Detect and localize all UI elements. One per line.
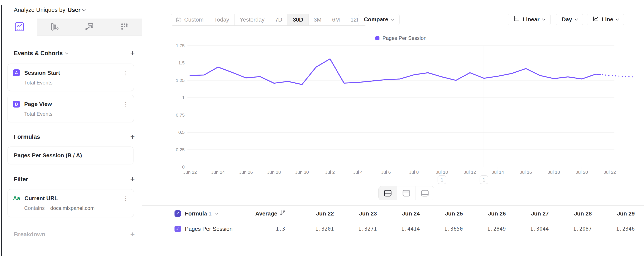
y-axis-tick-label: 1.5 <box>178 60 185 65</box>
date-column-header[interactable]: Jun 28 <box>553 205 596 222</box>
tab-retention-report[interactable] <box>107 18 142 36</box>
event-card-session-start[interactable]: A Session Start ⋮ Total Events <box>8 64 134 91</box>
event-card-page-view[interactable]: B Page View ⋮ Total Events <box>8 95 134 122</box>
average-column-header[interactable]: Average <box>242 205 285 222</box>
scale-selector-button[interactable]: Linear <box>508 14 551 25</box>
row-label[interactable]: Pages Per Session <box>185 226 232 232</box>
add-breakdown-button[interactable]: + <box>130 232 135 237</box>
y-axis-tick-label: 0.25 <box>176 147 185 152</box>
date-range-label: 6M <box>332 16 340 23</box>
x-axis-tick-label: Jun 22 <box>183 170 197 175</box>
compare-button[interactable]: Compare <box>358 14 400 25</box>
check-icon: ✓ <box>176 226 180 232</box>
add-formula-button[interactable]: + <box>130 135 135 139</box>
report-type-tabs <box>2 18 142 36</box>
chevron-down-icon <box>574 17 578 21</box>
sort-descending-icon <box>280 210 285 217</box>
date-column-header[interactable]: Jun 22 <box>295 205 338 222</box>
date-column-header[interactable]: Jun 26 <box>467 205 510 222</box>
formula-group-label: Formula <box>185 210 207 217</box>
table-row-values: 1.32011.32711.44141.36501.28491.30441.20… <box>295 222 639 236</box>
date-range-option[interactable]: 3M <box>308 14 327 25</box>
filter-property-name[interactable]: Current URL <box>24 195 118 202</box>
date-range-option[interactable]: 6M <box>327 14 345 25</box>
cell-value: 1.3201 <box>295 222 338 236</box>
line-chart-icon <box>14 22 24 32</box>
date-range-option[interactable]: Yesterday <box>234 14 270 25</box>
y-axis-tick-label: 1 <box>182 95 185 100</box>
sidebar-top-border <box>2 1 142 1</box>
x-axis-tick-label: Jul 14 <box>492 170 504 175</box>
date-range-label: Yesterday <box>240 16 264 23</box>
kebab-menu-icon[interactable]: ⋮ <box>123 102 128 107</box>
event-name[interactable]: Page View <box>24 101 118 108</box>
series-line-incomplete-segment <box>602 75 634 77</box>
table-bottom-border <box>142 236 644 236</box>
event-aggregation[interactable]: Total Events <box>24 111 52 117</box>
bar-chart-icon <box>50 22 60 32</box>
layout-table-only-button[interactable] <box>416 186 434 200</box>
date-column-header[interactable]: Jun 23 <box>338 205 381 222</box>
add-filter-button[interactable]: + <box>130 177 135 181</box>
filter-card-current-url[interactable]: Aa Current URL ⋮ Contains docs.mixpanel.… <box>8 189 134 217</box>
chevron-down-icon <box>215 211 218 215</box>
date-range-option[interactable]: 30D <box>288 14 308 25</box>
string-property-icon: Aa <box>13 195 20 202</box>
chevron-down-icon <box>391 17 394 21</box>
layout-split-button[interactable] <box>378 186 397 200</box>
x-axis-tick-label: Jul 16 <box>520 170 532 175</box>
line-chart[interactable]: 00.250.50.7511.251.51.7511Jun 22Jun 24Ju… <box>142 30 644 190</box>
chevron-down-icon[interactable] <box>65 51 68 54</box>
date-range-label: 7D <box>275 16 282 23</box>
tab-bar-report[interactable] <box>37 18 72 36</box>
kebab-menu-icon[interactable]: ⋮ <box>123 196 128 201</box>
date-column-header[interactable]: Jun 24 <box>381 205 424 222</box>
calendar-icon <box>176 17 182 23</box>
add-event-button[interactable]: + <box>130 51 135 55</box>
analyze-entity-dropdown[interactable]: User <box>68 7 80 13</box>
compare-label: Compare <box>364 16 388 23</box>
event-aggregation[interactable]: Total Events <box>24 80 52 86</box>
cell-value: 1.2087 <box>553 222 596 236</box>
y-axis-tick-label: 0.5 <box>178 130 185 135</box>
select-all-checkbox[interactable]: ✓ <box>174 210 181 217</box>
date-range-label: 3M <box>314 16 322 23</box>
tab-flows-report[interactable] <box>72 18 107 36</box>
date-column-header[interactable]: Jun 25 <box>424 205 467 222</box>
row-average-value: 1.3 <box>242 222 285 236</box>
formula-name[interactable]: Pages Per Session (B / A) <box>14 152 82 159</box>
date-column-header[interactable]: Jun 27 <box>510 205 553 222</box>
window-left-edge <box>1 5 2 256</box>
annotation-badge-label: 1 <box>440 177 443 183</box>
date-range-option[interactable]: 7D <box>270 14 288 25</box>
formula-group-number: 1 <box>208 210 212 217</box>
filter-section-title: Filter <box>14 176 28 183</box>
date-range-label: Today <box>214 16 229 23</box>
y-axis-tick-label: 1.25 <box>176 78 185 83</box>
event-badge-a: A <box>13 69 20 76</box>
layout-chart-only-button[interactable] <box>397 186 416 200</box>
linear-axis-icon <box>514 16 520 23</box>
x-axis-tick-label: Jul 8 <box>409 170 419 175</box>
date-range-option[interactable]: Today <box>209 14 234 25</box>
tab-insights[interactable] <box>2 18 37 36</box>
series-line[interactable] <box>190 59 601 85</box>
date-column-header[interactable]: Jun 29 <box>596 205 639 222</box>
formula-group-dropdown[interactable]: Formula 1 <box>185 210 212 217</box>
dots-grid-icon <box>120 22 129 32</box>
date-range-label: 30D <box>293 16 303 23</box>
kebab-menu-icon[interactable]: ⋮ <box>123 70 128 75</box>
event-name[interactable]: Session Start <box>24 70 118 76</box>
table-date-headers: Jun 22Jun 23Jun 24Jun 25Jun 26Jun 27Jun … <box>295 205 639 222</box>
filter-operator[interactable]: Contains <box>24 205 45 211</box>
interval-selector-button[interactable]: Day <box>556 14 583 25</box>
average-label: Average <box>255 210 277 217</box>
formula-card[interactable]: Pages Per Session (B / A) <box>8 146 134 164</box>
x-axis-tick-label: Jul 6 <box>381 170 391 175</box>
filter-value[interactable]: docs.mixpanel.com <box>50 205 94 211</box>
date-range-selector: Custom Today <box>170 14 367 26</box>
row-checkbox[interactable]: ✓ <box>174 226 181 232</box>
x-axis-tick-label: Jul 18 <box>548 170 560 175</box>
chart-type-selector-button[interactable]: Line <box>587 14 624 25</box>
date-range-option[interactable]: Custom <box>171 14 209 25</box>
